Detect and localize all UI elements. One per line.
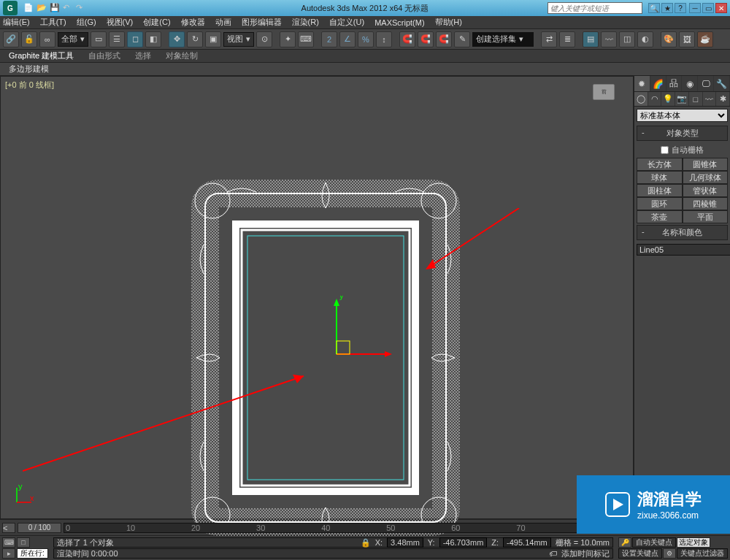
app-logo-icon[interactable]: G bbox=[3, 1, 18, 15]
btn-sphere[interactable]: 球体 bbox=[637, 171, 683, 184]
tab-utilities-icon[interactable]: 🔧 bbox=[714, 76, 730, 91]
schematic-icon[interactable]: ◫ bbox=[619, 31, 635, 47]
select-name-icon[interactable]: ☰ bbox=[109, 31, 125, 47]
unlink-icon[interactable]: 🔓 bbox=[21, 31, 37, 47]
ref-coord-dropdown[interactable]: 视图 ▾ bbox=[223, 32, 254, 47]
rollout-name-color[interactable]: 名称和颜色 bbox=[637, 225, 728, 240]
transform-gizmo[interactable]: y bbox=[322, 296, 395, 369]
menu-maxscript[interactable]: MAXScript(M) bbox=[374, 18, 424, 27]
coord-z[interactable]: -495.14mm bbox=[503, 537, 551, 548]
bind-icon[interactable]: ∞ bbox=[39, 31, 55, 47]
rect-select-icon[interactable]: ◻ bbox=[127, 31, 143, 47]
btn-box[interactable]: 长方体 bbox=[637, 158, 683, 171]
viewcube-face[interactable]: 前 bbox=[593, 84, 615, 100]
cat-helpers-icon[interactable]: □ bbox=[689, 92, 703, 106]
cat-lights-icon[interactable]: 💡 bbox=[661, 92, 675, 106]
infocenter-binoculars-icon[interactable]: 🔍 bbox=[648, 3, 660, 13]
tab-create-icon[interactable]: ✹ bbox=[634, 76, 650, 91]
manipulate-icon[interactable]: ✦ bbox=[280, 31, 296, 47]
cat-systems-icon[interactable]: ✱ bbox=[716, 92, 730, 106]
window-crossing-icon[interactable]: ◧ bbox=[145, 31, 161, 47]
close-button[interactable]: ✕ bbox=[715, 3, 727, 13]
snap-percent-icon[interactable]: % bbox=[358, 31, 374, 47]
menu-render[interactable]: 渲染(R) bbox=[292, 17, 319, 28]
menu-help[interactable]: 帮助(H) bbox=[435, 17, 462, 28]
menu-modifiers[interactable]: 修改器 bbox=[181, 17, 205, 28]
menu-create[interactable]: 创建(C) bbox=[143, 17, 170, 28]
named-selection-dropdown[interactable]: 创建选择集 ▾ bbox=[472, 32, 534, 47]
time-slider-handle[interactable]: 0 / 100 bbox=[18, 523, 61, 533]
setkey-button[interactable]: 设置关键点 bbox=[618, 548, 662, 559]
key-filters-icon[interactable]: ⚙ bbox=[663, 548, 676, 559]
rotate-icon[interactable]: ↻ bbox=[187, 31, 203, 47]
cat-cameras-icon[interactable]: 📷 bbox=[675, 92, 689, 106]
autogrid-checkbox[interactable] bbox=[661, 146, 669, 154]
btn-torus[interactable]: 圆环 bbox=[637, 197, 683, 210]
pivot-icon[interactable]: ⊙ bbox=[256, 31, 272, 47]
maxscript-mini-icon[interactable]: ⌨ bbox=[2, 537, 15, 548]
viewport-label[interactable]: [+0 前 0 线框] bbox=[5, 80, 54, 91]
menu-customize[interactable]: 自定义(U) bbox=[329, 17, 364, 28]
qat-open-icon[interactable]: 📂 bbox=[36, 3, 47, 13]
rollout-object-type[interactable]: 对象类型 bbox=[637, 126, 728, 141]
cat-geometry-icon[interactable]: ◯ bbox=[634, 92, 648, 106]
object-name-input[interactable] bbox=[637, 244, 730, 256]
magnet1-icon[interactable]: 🧲 bbox=[399, 31, 415, 47]
maximize-button[interactable]: ▭ bbox=[702, 3, 714, 13]
btn-cone[interactable]: 圆锥体 bbox=[683, 158, 729, 171]
ribbon-tab-freeform[interactable]: 自由形式 bbox=[88, 50, 120, 61]
btn-tube[interactable]: 管状体 bbox=[683, 184, 729, 197]
btn-plane[interactable]: 平面 bbox=[683, 210, 729, 223]
tab-hierarchy-icon[interactable]: 品 bbox=[666, 76, 683, 91]
time-config-icon[interactable]: < bbox=[2, 523, 15, 533]
tab-modify-icon[interactable]: 🌈 bbox=[650, 76, 666, 91]
qat-new-icon[interactable]: 📄 bbox=[23, 3, 34, 13]
cat-shapes-icon[interactable]: ◠ bbox=[648, 92, 662, 106]
keyboard-icon[interactable]: ⌨ bbox=[298, 31, 314, 47]
menu-tools[interactable]: 工具(T) bbox=[40, 17, 66, 28]
layers-icon[interactable]: ▤ bbox=[583, 31, 599, 47]
render-setup-icon[interactable]: 🎨 bbox=[661, 31, 677, 47]
lock-icon[interactable]: 🔒 bbox=[361, 538, 371, 548]
spinner-snap-icon[interactable]: ↕ bbox=[376, 31, 392, 47]
move-icon[interactable]: ✥ bbox=[169, 31, 185, 47]
setkey-large-icon[interactable]: 🔑 bbox=[618, 537, 631, 548]
qat-undo-icon[interactable]: ↶ bbox=[63, 3, 73, 13]
scale-icon[interactable]: ▣ bbox=[205, 31, 221, 47]
magnet2-icon[interactable]: 🧲 bbox=[418, 31, 434, 47]
coord-x[interactable]: 3.48mm bbox=[387, 537, 423, 548]
btn-cylinder[interactable]: 圆柱体 bbox=[637, 184, 683, 197]
curve-editor-icon[interactable]: 〰 bbox=[601, 31, 617, 47]
render-icon[interactable]: ☕ bbox=[697, 31, 713, 47]
menu-animation[interactable]: 动画 bbox=[215, 17, 231, 28]
ribbon-panel-polymodel[interactable]: 多边形建模 bbox=[9, 64, 49, 74]
ribbon-tab-paint[interactable]: 对象绘制 bbox=[166, 50, 198, 61]
qat-save-icon[interactable]: 💾 bbox=[50, 3, 60, 13]
listener-icon[interactable]: □ bbox=[17, 537, 30, 548]
key-filters-label[interactable]: 关键点过滤器 bbox=[677, 548, 728, 559]
current-layer-field[interactable]: 所在行: bbox=[17, 548, 48, 559]
minimize-button[interactable]: ─ bbox=[689, 3, 701, 13]
ribbon-tab-graphite[interactable]: Graphite 建模工具 bbox=[9, 50, 74, 61]
selection-filter-dropdown[interactable]: 全部 ▾ bbox=[58, 32, 88, 47]
btn-geosphere[interactable]: 几何球体 bbox=[683, 171, 729, 184]
snap-2d-icon[interactable]: 2 bbox=[321, 31, 337, 47]
autokey-button[interactable]: 自动关键点 bbox=[632, 537, 676, 548]
render-frame-icon[interactable]: 🖼 bbox=[679, 31, 695, 47]
menu-group[interactable]: 组(G) bbox=[77, 17, 96, 28]
tab-motion-icon[interactable]: ◉ bbox=[682, 76, 698, 91]
help-search-input[interactable] bbox=[548, 2, 642, 14]
menu-graph-editors[interactable]: 图形编辑器 bbox=[242, 17, 282, 28]
menu-edit[interactable]: 编辑(E) bbox=[3, 17, 30, 28]
menu-view[interactable]: 视图(V) bbox=[107, 17, 134, 28]
link-icon[interactable]: 🔗 bbox=[3, 31, 19, 47]
snap-angle-icon[interactable]: ∠ bbox=[339, 31, 356, 47]
prompt-icon[interactable]: ▸ bbox=[2, 548, 15, 559]
tab-display-icon[interactable]: 🖵 bbox=[698, 76, 714, 91]
key-selection-set[interactable]: 选定对象 bbox=[677, 537, 710, 548]
viewport[interactable]: [+0 前 0 线框] 前 bbox=[0, 76, 634, 519]
btn-pyramid[interactable]: 四棱锥 bbox=[683, 197, 729, 210]
geometry-type-dropdown[interactable]: 标准基本体 bbox=[637, 109, 728, 122]
qat-redo-icon[interactable]: ↷ bbox=[76, 3, 86, 13]
btn-teapot[interactable]: 茶壶 bbox=[637, 210, 683, 223]
